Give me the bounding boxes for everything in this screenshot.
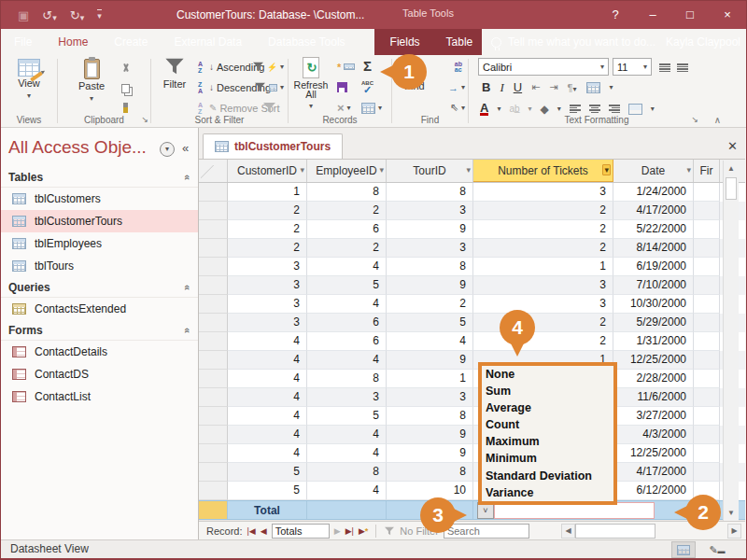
- cell[interactable]: 9: [387, 426, 473, 444]
- cell[interactable]: 1/24/2000: [613, 183, 694, 202]
- cell[interactable]: 4: [307, 295, 387, 314]
- row-selector[interactable]: [199, 407, 228, 426]
- aggregate-option-minimum[interactable]: Minimum: [482, 450, 613, 467]
- cell[interactable]: 1: [387, 370, 473, 388]
- scroll-down-icon[interactable]: ▼: [724, 505, 739, 521]
- row-selector[interactable]: [199, 239, 228, 258]
- column-filter-arrow-icon[interactable]: ▾: [379, 165, 384, 175]
- row-selector[interactable]: [199, 183, 228, 202]
- row-selector[interactable]: [199, 295, 228, 314]
- cell[interactable]: 6/19/2000: [613, 258, 694, 276]
- copy-icon[interactable]: [118, 81, 134, 96]
- column-header-date[interactable]: Date▾: [613, 160, 694, 182]
- view-button[interactable]: View▾: [7, 57, 50, 113]
- row-selector[interactable]: [199, 351, 228, 370]
- cell[interactable]: 2: [473, 220, 613, 239]
- column-header-fir[interactable]: Fir: [694, 160, 720, 182]
- horizontal-scroll-thumb[interactable]: [575, 524, 655, 539]
- new-blank-record-icon[interactable]: ▶*: [359, 526, 368, 536]
- aggregate-option-variance[interactable]: Variance: [482, 484, 613, 501]
- column-filter-arrow-icon[interactable]: ▾: [602, 164, 611, 175]
- select-all-corner-cell[interactable]: [199, 160, 228, 182]
- row-selector[interactable]: [199, 426, 228, 444]
- nav-item-tblcustomers[interactable]: tblCustomers: [1, 188, 198, 210]
- selection-filter-button[interactable]: ⚡▾: [252, 58, 284, 76]
- scroll-up-icon[interactable]: ▲: [724, 161, 739, 176]
- advanced-filter-button[interactable]: ▾: [254, 78, 284, 96]
- close-button[interactable]: ×: [709, 1, 746, 29]
- close-document-icon[interactable]: ✕: [727, 139, 738, 153]
- cell[interactable]: 6: [307, 220, 387, 239]
- tell-me-box[interactable]: Tell me what you want to do...: [491, 29, 655, 55]
- vertical-scroll-thumb[interactable]: [726, 177, 737, 200]
- gridlines-icon[interactable]: [586, 82, 600, 93]
- cell[interactable]: [694, 258, 720, 276]
- cell[interactable]: 3: [473, 183, 613, 202]
- cell[interactable]: [694, 463, 720, 482]
- cell[interactable]: 4/17/2000: [613, 463, 694, 482]
- cell[interactable]: 4: [387, 332, 473, 351]
- cell[interactable]: [694, 426, 720, 444]
- cell[interactable]: 5/29/2000: [613, 314, 694, 332]
- cell[interactable]: 4: [307, 426, 387, 444]
- cell[interactable]: 4: [228, 444, 307, 463]
- last-record-icon[interactable]: ▶|: [345, 526, 354, 536]
- cell[interactable]: [694, 220, 720, 239]
- first-record-icon[interactable]: |◀: [247, 526, 256, 536]
- cell[interactable]: [694, 239, 720, 258]
- shutter-bar-close-icon[interactable]: «: [182, 141, 189, 155]
- totals-button[interactable]: Σ: [363, 57, 372, 75]
- numbering-icon[interactable]: [677, 63, 688, 72]
- cell[interactable]: 4: [228, 332, 307, 351]
- cell[interactable]: 9: [387, 276, 473, 295]
- cell[interactable]: 6: [307, 314, 387, 332]
- collapse-section-icon[interactable]: «: [182, 327, 193, 332]
- row-selector[interactable]: [199, 258, 228, 276]
- cell[interactable]: 4/3/2000: [613, 426, 694, 444]
- background-color-bucket-icon[interactable]: ◆: [541, 103, 549, 116]
- cell[interactable]: 4: [228, 388, 307, 407]
- text-formatting-dialog-launcher-icon[interactable]: ↘: [691, 115, 698, 124]
- cell[interactable]: 4: [307, 444, 387, 463]
- cell[interactable]: 10/30/2000: [613, 295, 694, 314]
- cell[interactable]: 3: [387, 388, 473, 407]
- scroll-left-icon[interactable]: ◀: [561, 524, 575, 539]
- document-tab-tblcustomertours[interactable]: tblCustomerTours: [203, 133, 343, 159]
- customize-qat-icon[interactable]: ▾: [97, 9, 102, 21]
- decrease-indent-icon[interactable]: ⇤: [531, 81, 540, 93]
- nav-item-contactdetails[interactable]: ContactDetails: [1, 341, 198, 363]
- previous-record-icon[interactable]: ◀: [261, 526, 267, 536]
- clipboard-dialog-launcher-icon[interactable]: ↘: [141, 115, 148, 124]
- font-size-combobox[interactable]: 11▾: [613, 58, 652, 76]
- cell[interactable]: 5: [228, 463, 307, 482]
- cell[interactable]: 11/6/2000: [613, 388, 694, 407]
- nav-item-contactlist[interactable]: ContactList: [1, 385, 198, 408]
- italic-button[interactable]: I: [500, 80, 503, 95]
- column-filter-arrow-icon[interactable]: ▾: [300, 165, 304, 175]
- bullets-icon[interactable]: [659, 63, 670, 72]
- cell[interactable]: [694, 370, 720, 388]
- column-filter-arrow-icon[interactable]: ▾: [686, 165, 691, 175]
- cell[interactable]: 2: [387, 295, 473, 314]
- cell[interactable]: 5/22/2000: [613, 220, 694, 239]
- text-direction-icon[interactable]: ¶▾: [568, 82, 577, 93]
- bold-button[interactable]: B: [482, 80, 490, 94]
- user-account[interactable]: Kayla Claypool: [666, 29, 740, 55]
- column-filter-arrow-icon[interactable]: ▾: [466, 165, 471, 175]
- cell[interactable]: 8/14/2000: [613, 239, 694, 258]
- cell[interactable]: [694, 388, 720, 407]
- scroll-right-icon[interactable]: ▶: [727, 524, 741, 539]
- row-selector[interactable]: [199, 202, 228, 220]
- datasheet-view-button[interactable]: [671, 541, 696, 558]
- row-selector[interactable]: [199, 276, 228, 295]
- format-painter-icon[interactable]: [118, 101, 134, 116]
- aggregate-option-average[interactable]: Average: [482, 399, 613, 416]
- cell[interactable]: 4: [228, 426, 307, 444]
- vertical-scrollbar[interactable]: ▲ ▼: [723, 161, 739, 521]
- redo-icon[interactable]: ↻▾: [70, 8, 84, 22]
- cell[interactable]: 5: [307, 407, 387, 426]
- cell[interactable]: 8: [387, 183, 473, 202]
- aggregate-option-maximum[interactable]: Maximum: [482, 433, 613, 450]
- highlight-color-button[interactable]: ab̲: [509, 104, 519, 114]
- cell[interactable]: 4: [307, 351, 387, 370]
